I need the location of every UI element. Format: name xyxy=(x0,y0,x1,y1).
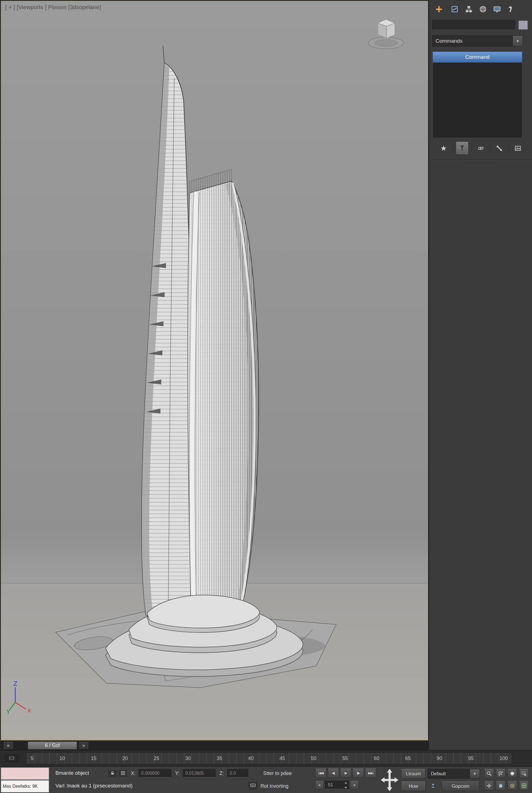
panel-search-input[interactable] xyxy=(432,20,515,30)
current-frame-value: 51 xyxy=(328,782,333,788)
chevron-down-icon[interactable]: ▼ xyxy=(470,769,480,778)
ruler-tick: 65 xyxy=(405,756,411,761)
svg-text:Y: Y xyxy=(6,709,10,715)
pan-button[interactable] xyxy=(484,781,494,790)
modify-tab[interactable] xyxy=(448,3,461,16)
commands-dropdown[interactable]: Commands ▼ xyxy=(432,36,523,46)
coord-y-field[interactable]: 0.012605 xyxy=(183,769,215,777)
key-filters-button[interactable]: Gopcom xyxy=(442,781,479,791)
pan-hand-button[interactable] xyxy=(496,781,506,790)
frame-spinner[interactable] xyxy=(344,782,348,789)
create-tab[interactable]: + xyxy=(433,3,445,16)
link-tool-button[interactable] xyxy=(474,142,487,155)
viewcube[interactable] xyxy=(363,12,410,54)
viewport-label[interactable]: [ + ] [Viewports ] Piixson [3dsopelane] xyxy=(5,4,101,11)
default-dropdown[interactable]: Default ▼ xyxy=(428,769,480,779)
image-tool-button[interactable] xyxy=(512,142,524,155)
playback-controls: |◀◀ ◀| ▶ |▶ ▶▶| xyxy=(315,768,376,778)
maximize-viewport-button[interactable] xyxy=(519,781,529,790)
zoom-region-button[interactable] xyxy=(519,769,529,778)
toggle-label: Rot invorting xyxy=(261,783,288,789)
viewport-nav-row-2 xyxy=(484,781,529,790)
step-back-button[interactable]: « xyxy=(315,781,324,789)
panel-divider xyxy=(429,160,532,161)
grid-size-text: Stter to pdee xyxy=(263,771,292,776)
default-dropdown-label: Default xyxy=(428,769,470,778)
display-tab[interactable] xyxy=(491,3,504,16)
modify-icon xyxy=(451,5,459,13)
timeline-tick-strip[interactable]: 5 10 15 20 25 30 35 40 45 50 55 60 65 90… xyxy=(26,753,512,764)
commands-dropdown-label: Commands xyxy=(432,36,513,46)
hierarchy-tab[interactable] xyxy=(462,3,475,16)
ruler-tick: 15 xyxy=(91,756,96,761)
bone-icon xyxy=(496,145,503,152)
color-swatch-button[interactable] xyxy=(518,20,528,30)
ruler-tick: 100 xyxy=(499,756,508,761)
coord-x-field[interactable]: 0.000000 xyxy=(138,769,171,777)
timeline-ruler: E3 5 10 15 20 25 30 35 40 45 50 55 60 65… xyxy=(0,750,532,766)
zoom-extents-icon xyxy=(510,771,515,776)
pin-tool-button[interactable] xyxy=(456,142,469,155)
coord-z-field[interactable]: 0.0 xyxy=(227,769,248,777)
coord-z-label: Z: xyxy=(220,771,224,776)
star-icon xyxy=(440,145,447,152)
image-icon xyxy=(514,145,521,152)
maximize-viewport-icon xyxy=(521,783,527,789)
ruler-tick: 55 xyxy=(342,756,348,761)
previous-key-button[interactable]: ◀| xyxy=(328,768,339,778)
macro-recorder-field[interactable] xyxy=(1,768,49,780)
pin-icon xyxy=(459,145,466,152)
pan-arrows-icon[interactable] xyxy=(380,768,399,792)
next-key-button[interactable]: |▶ xyxy=(353,768,364,778)
orbit-button[interactable] xyxy=(508,781,517,790)
perspective-viewport[interactable]: [ + ] [Viewports ] Piixson [3dsopelane] … xyxy=(0,0,429,740)
ruler-tick: 20 xyxy=(122,756,128,761)
lock-icon xyxy=(110,771,115,776)
status-bar: Mas Deefatks: 9K Bmante object Varl :lna… xyxy=(0,766,532,793)
viewport-3d-scene[interactable] xyxy=(34,36,386,724)
selection-lock-toggle[interactable] xyxy=(109,769,116,777)
timeline-track-label: E3 xyxy=(5,754,18,762)
keyboard-icon xyxy=(250,783,256,788)
hierarchy-icon xyxy=(465,5,473,13)
play-button[interactable]: ▶ xyxy=(340,768,352,778)
time-slider-handle[interactable]: 6 / Gcf xyxy=(28,741,77,750)
axis-tripod-icon: Z Y x xyxy=(6,681,36,718)
command-list-header[interactable]: Command xyxy=(433,52,522,63)
bone-tool-button[interactable] xyxy=(493,142,506,155)
previous-frame-button[interactable]: « xyxy=(3,742,13,749)
monitor-icon xyxy=(493,5,501,13)
zoom-button[interactable] xyxy=(484,769,494,778)
set-key-button[interactable]: How xyxy=(401,781,425,791)
time-tag-icon[interactable] xyxy=(429,782,437,790)
ruler-tick: 50 xyxy=(311,756,317,761)
go-to-end-button[interactable]: ▶▶| xyxy=(365,768,376,778)
statusbar-separator xyxy=(50,767,51,793)
ruler-tick: 35 xyxy=(217,756,222,761)
chevron-down-icon[interactable]: ▼ xyxy=(513,36,522,46)
time-slider-bar[interactable]: « 6 / Gcf » xyxy=(0,740,429,750)
go-to-start-button[interactable]: |◀◀ xyxy=(315,768,326,778)
panel-tool-row xyxy=(430,141,531,156)
auto-key-button[interactable]: Llcsum xyxy=(401,769,425,779)
current-frame-field[interactable]: 51 xyxy=(325,781,349,789)
absolute-mode-toggle[interactable] xyxy=(119,769,127,777)
zoom-extents-button[interactable] xyxy=(508,769,517,778)
next-frame-button[interactable]: » xyxy=(79,742,89,749)
command-panel-tabs: + xyxy=(430,2,531,17)
star-tool-button[interactable] xyxy=(437,142,450,155)
utilities-tab[interactable] xyxy=(505,3,518,16)
step-forward-button[interactable]: » xyxy=(350,781,359,789)
zoom-all-button[interactable] xyxy=(496,769,506,778)
command-panel: + xyxy=(429,0,532,750)
motion-wheel-icon xyxy=(479,5,487,13)
script-listener-field[interactable]: Mas Deefatks: 9K xyxy=(1,780,49,792)
orbit-icon xyxy=(510,783,515,789)
keyboard-override-toggle[interactable] xyxy=(249,781,257,789)
motion-tab[interactable] xyxy=(477,3,489,16)
hand-icon xyxy=(498,783,504,789)
command-list-body[interactable] xyxy=(433,63,522,138)
zoom-all-icon xyxy=(498,771,504,776)
ruler-tick: 5 xyxy=(31,756,34,761)
panel-grip[interactable] xyxy=(471,163,491,164)
